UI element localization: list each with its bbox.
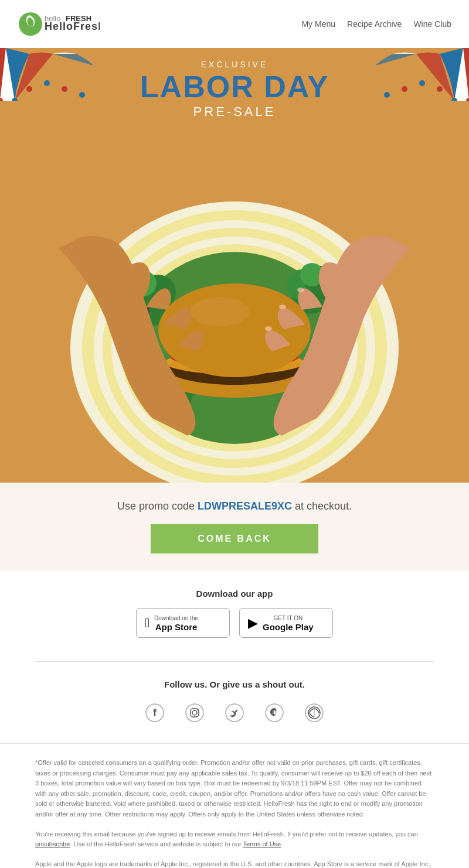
fine-print-period: . — [281, 840, 283, 848]
svg-point-52 — [197, 709, 198, 710]
food-image-container — [0, 131, 469, 483]
svg-text:f: f — [153, 707, 157, 719]
promo-text-before: Use promo code — [117, 500, 198, 512]
nav-my-menu[interactable]: My Menu — [301, 19, 335, 29]
svg-point-17 — [384, 92, 390, 98]
banner-presale-text: PRE-SALE — [12, 104, 457, 119]
svg-point-14 — [437, 86, 443, 92]
bunting-left-icon — [0, 48, 94, 101]
fine-print-text1: *Offer valid for canceled consumers on a… — [35, 758, 434, 820]
twitter-icon[interactable] — [222, 700, 247, 726]
app-store-label-bottom: App Store — [155, 622, 198, 632]
svg-point-43 — [191, 297, 249, 326]
bunting-right-icon — [375, 48, 469, 101]
google-play-label-top: GET IT ON — [274, 615, 303, 621]
fine-print-text3: Apple and the Apple logo are trademarks … — [35, 859, 434, 868]
svg-point-42 — [158, 283, 311, 377]
fine-print-subscribe-suffix: . Use of the HelloFresh service and webs… — [70, 840, 243, 848]
fine-print: *Offer valid for canceled consumers on a… — [0, 743, 469, 868]
section-divider — [35, 661, 434, 662]
svg-point-45 — [279, 305, 286, 309]
social-title: Follow us. Or give us a shout out. — [12, 679, 457, 689]
email-wrapper: hello FRESH HelloFresh My Menu Recipe Ar… — [0, 0, 469, 868]
svg-point-15 — [419, 80, 425, 86]
header: hello FRESH HelloFresh My Menu Recipe Ar… — [0, 0, 469, 48]
fine-print-text2: You're receiving this email because you'… — [35, 829, 434, 850]
terms-link[interactable]: Terms of Use — [243, 840, 281, 848]
promo-section: Use promo code LDWPRESALE9XC at checkout… — [0, 483, 469, 571]
nav-wine-club[interactable]: Wine Club — [413, 19, 451, 29]
app-store-label-top: Download on the — [154, 615, 198, 621]
svg-point-49 — [186, 704, 203, 722]
apple-icon:  — [145, 616, 149, 631]
wordpress-icon[interactable] — [301, 700, 327, 726]
app-store-text: Download on the App Store — [154, 613, 198, 633]
promo-code: LDWPRESALE9XC — [198, 500, 292, 512]
logo-svg: hello FRESH HelloFresh — [18, 9, 100, 39]
promo-text: Use promo code LDWPRESALE9XC at checkout… — [12, 500, 457, 512]
svg-point-54 — [266, 704, 283, 722]
google-play-button[interactable]: ▶ GET IT ON Google Play — [239, 608, 333, 638]
svg-point-8 — [26, 86, 32, 92]
social-icons: f — [12, 700, 457, 726]
svg-point-44 — [297, 288, 304, 292]
promo-text-after: at checkout. — [292, 500, 352, 512]
google-play-icon: ▶ — [248, 616, 258, 631]
hero-banner: EXCLUSIVE LABOR DAY PRE-SALE — [0, 48, 469, 483]
svg-point-9 — [44, 80, 50, 86]
download-title: Download our app — [12, 589, 457, 599]
wordpress-svg — [305, 703, 324, 722]
instagram-icon[interactable] — [182, 700, 208, 726]
nav-recipe-archive[interactable]: Recipe Archive — [347, 19, 402, 29]
pinterest-svg — [265, 703, 284, 722]
google-play-label-bottom: Google Play — [263, 622, 314, 632]
fine-print-subscribe-prefix: You're receiving this email because you'… — [35, 831, 418, 838]
svg-point-16 — [402, 86, 407, 92]
svg-point-11 — [79, 92, 85, 98]
svg-point-46 — [265, 326, 272, 331]
svg-point-51 — [192, 710, 197, 715]
food-image-svg — [0, 131, 469, 483]
svg-text:HelloFresh: HelloFresh — [45, 20, 100, 32]
facebook-svg: f — [145, 703, 164, 722]
pinterest-icon[interactable] — [261, 700, 287, 726]
facebook-icon[interactable]: f — [142, 700, 168, 726]
come-back-button[interactable]: COME BACK — [151, 524, 318, 553]
twitter-svg — [225, 703, 244, 722]
download-section: Download our app  Download on the App S… — [0, 571, 469, 655]
banner-top: EXCLUSIVE LABOR DAY PRE-SALE — [0, 48, 469, 131]
unsubscribe-link[interactable]: unsubscribe — [35, 840, 70, 848]
nav-links: My Menu Recipe Archive Wine Club — [301, 19, 451, 29]
logo-area: hello FRESH HelloFresh — [18, 9, 100, 39]
google-play-text: GET IT ON Google Play — [263, 613, 314, 633]
instagram-svg — [185, 703, 204, 722]
svg-point-10 — [62, 86, 67, 92]
app-store-button[interactable]:  Download on the App Store — [136, 608, 230, 638]
social-section: Follow us. Or give us a shout out. f — [0, 668, 469, 743]
store-buttons:  Download on the App Store ▶ GET IT ON … — [12, 608, 457, 638]
